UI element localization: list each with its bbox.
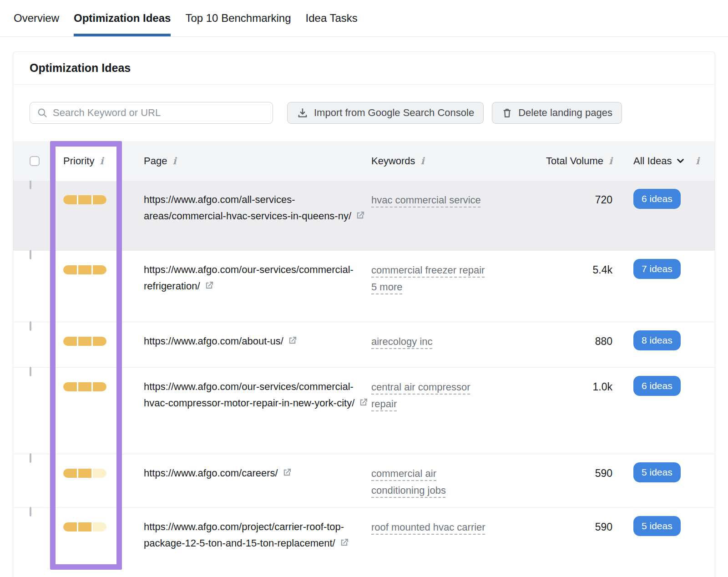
external-link-icon[interactable] — [358, 396, 369, 413]
tab-overview[interactable]: Overview — [14, 0, 59, 36]
toolbar: Import from Google Search Console Delete… — [13, 85, 715, 141]
keyword-link[interactable]: central air compressor repair — [371, 379, 490, 412]
total-volume-value: 5.4k — [531, 251, 612, 278]
ideas-button[interactable]: 5 ideas — [633, 462, 681, 482]
external-link-icon[interactable] — [282, 466, 292, 483]
priority-header-label: Priority — [63, 155, 94, 167]
row-checkbox[interactable] — [30, 367, 31, 376]
search-icon — [36, 107, 48, 119]
table-row: https://www.afgo.com/all-services-areas/… — [13, 181, 715, 250]
row-checkbox[interactable] — [30, 321, 31, 331]
delete-landing-pages-button[interactable]: Delete landing pages — [492, 102, 622, 124]
select-all-checkbox[interactable] — [30, 156, 40, 166]
ideas-button[interactable]: 6 ideas — [633, 376, 681, 396]
tab-top10-benchmarking[interactable]: Top 10 Benchmarking — [185, 0, 291, 36]
keyword-link[interactable]: roof mounted hvac carrier — [371, 519, 490, 536]
info-icon[interactable]: i — [172, 156, 176, 166]
priority-indicator — [63, 337, 106, 346]
page-url: https://www.afgo.com/our-services/commer… — [144, 264, 354, 292]
delete-landing-pages-label: Delete landing pages — [518, 107, 612, 119]
info-icon[interactable]: i — [100, 156, 103, 166]
page-url: https://www.afgo.com/our-services/commer… — [144, 381, 354, 409]
column-header-page: Page i — [144, 155, 371, 167]
column-header-total-volume: Total Volume i — [531, 155, 612, 167]
table-row: https://www.afgo.com/our-services/commer… — [13, 250, 715, 322]
page-url: https://www.afgo.com/all-services-areas/… — [144, 194, 351, 222]
keyword-link[interactable]: commercial air conditioning jobs — [371, 465, 490, 499]
tab-idea-tasks[interactable]: Idea Tasks — [306, 0, 358, 36]
search-input[interactable] — [53, 107, 266, 119]
card-header: Optimization Ideas — [13, 52, 715, 85]
priority-indicator — [63, 522, 106, 531]
keyword-link[interactable]: hvac commercial service — [371, 192, 490, 208]
row-checkbox[interactable] — [30, 507, 31, 516]
trash-icon — [501, 107, 513, 119]
info-icon[interactable]: i — [696, 156, 699, 166]
keyword-link[interactable]: commercial freezer repair — [371, 262, 490, 278]
priority-indicator — [63, 469, 106, 478]
page-url: https://www.afgo.com/careers/ — [144, 467, 278, 479]
all-ideas-filter-label[interactable]: All Ideas — [633, 155, 672, 167]
download-icon — [297, 107, 308, 119]
import-gsc-button[interactable]: Import from Google Search Console — [287, 102, 484, 124]
priority-indicator — [63, 265, 106, 274]
total-volume-value: 590 — [531, 454, 612, 481]
row-checkbox[interactable] — [30, 250, 31, 259]
external-link-icon[interactable] — [287, 334, 298, 351]
priority-indicator — [63, 382, 106, 391]
tab-optimization-ideas[interactable]: Optimization Ideas — [74, 0, 171, 36]
external-link-icon[interactable] — [204, 279, 214, 296]
ideas-button[interactable]: 8 ideas — [633, 330, 681, 350]
ideas-button[interactable]: 7 ideas — [633, 259, 681, 279]
import-gsc-label: Import from Google Search Console — [314, 107, 474, 119]
row-checkbox[interactable] — [30, 180, 31, 189]
priority-indicator — [63, 195, 106, 204]
row-checkbox[interactable] — [30, 453, 31, 463]
keyword-link[interactable]: airecology inc — [371, 333, 490, 350]
total-volume-value: 1.0k — [531, 368, 612, 395]
page-url: https://www.afgo.com/about-us/ — [144, 335, 283, 347]
column-header-priority: Priority i — [63, 155, 144, 167]
total-volume-header-label: Total Volume — [546, 155, 603, 167]
table-header-row: Priority i Page i Keywords i Total Volum… — [13, 141, 715, 181]
page-title: Optimization Ideas — [30, 61, 131, 75]
table-row: https://www.afgo.com/project/carrier-roo… — [13, 507, 715, 577]
total-volume-value: 880 — [531, 322, 612, 349]
info-icon[interactable]: i — [609, 156, 612, 166]
table-row: https://www.afgo.com/careers/ commercial… — [13, 454, 715, 507]
search-box — [30, 102, 273, 124]
column-header-keywords: Keywords i — [371, 155, 531, 167]
optimization-ideas-card: Optimization Ideas Import from Google Se… — [13, 51, 715, 577]
ideas-button[interactable]: 6 ideas — [633, 189, 681, 209]
tab-bar: Overview Optimization Ideas Top 10 Bench… — [0, 0, 728, 37]
keywords-header-label: Keywords — [371, 155, 415, 167]
table-row: https://www.afgo.com/about-us/ airecolog… — [13, 322, 715, 367]
page-header-label: Page — [144, 155, 167, 167]
info-icon[interactable]: i — [421, 156, 425, 166]
total-volume-value: 720 — [531, 181, 612, 208]
chevron-down-icon[interactable] — [676, 157, 685, 165]
external-link-icon[interactable] — [339, 537, 349, 553]
ideas-button[interactable]: 5 ideas — [633, 516, 681, 536]
page-url: https://www.afgo.com/project/carrier-roo… — [144, 521, 344, 549]
more-keywords-link[interactable]: 5 more — [371, 278, 490, 295]
table-row: https://www.afgo.com/our-services/commer… — [13, 367, 715, 454]
external-link-icon[interactable] — [355, 209, 365, 226]
column-header-all-ideas: All Ideas i — [612, 155, 699, 167]
total-volume-value: 590 — [531, 508, 612, 535]
